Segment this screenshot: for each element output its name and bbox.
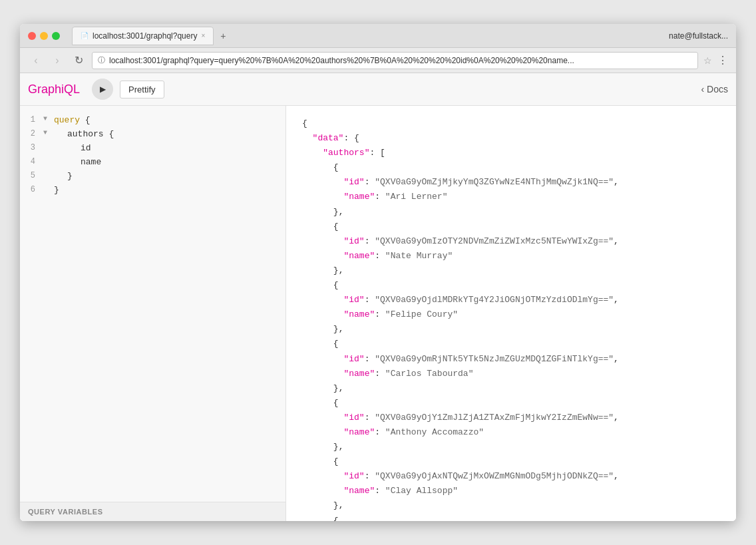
result-author-3-open: {	[302, 278, 725, 293]
graphiql-content: 1 ▼ query { 2 ▼ authors { 3 id	[20, 106, 736, 521]
result-author-7-open: {	[302, 514, 725, 521]
result-line-authors-key: "authors": [	[302, 146, 725, 160]
minimize-button[interactable]	[40, 32, 48, 40]
line-number-1: 1	[20, 114, 43, 126]
fold-arrow-2: ▼	[43, 128, 54, 138]
fold-arrow-1: ▼	[43, 114, 54, 124]
address-bar: ‹ › ↻ ⓘ localhost:3001/graphql?query=que…	[20, 48, 736, 73]
graphiql-toolbar: GraphiQL ▶ Prettify ‹ Docs	[20, 73, 736, 106]
maximize-button[interactable]	[52, 32, 60, 40]
result-author-2-close: },	[302, 264, 725, 278]
result-author-5-open: {	[302, 396, 725, 411]
line-number-2: 2	[20, 128, 43, 140]
result-author-1-id: "id": "QXV0aG9yOmZjMjkyYmQ3ZGYwNzE4NThjM…	[302, 175, 725, 190]
result-author-3-name: "name": "Felipe Coury"	[302, 307, 725, 322]
tab-area: 📄 localhost:3001/graphql?query × +	[72, 27, 663, 45]
result-author-2-id: "id": "QXV0aG9yOmIzOTY2NDVmZmZiZWIxMzc5N…	[302, 234, 725, 249]
close-button[interactable]	[28, 32, 36, 40]
user-info: nate@fullstack...	[669, 31, 728, 41]
result-author-4-close: },	[302, 381, 725, 396]
docs-button[interactable]: ‹ Docs	[701, 84, 728, 94]
code-line-1: 1 ▼ query {	[20, 114, 285, 128]
editor-area[interactable]: 1 ▼ query { 2 ▼ authors { 3 id	[20, 106, 285, 502]
result-author-4-id: "id": "QXV0aG9yOmRjNTk5YTk5NzJmZGUzMDQ1Z…	[302, 352, 725, 367]
address-field[interactable]: ⓘ localhost:3001/graphql?query=query%20%…	[92, 52, 698, 69]
code-line-4: 4 name	[20, 156, 285, 170]
code-content-1: query {	[54, 114, 285, 128]
browser-window: 📄 localhost:3001/graphql?query × + nate@…	[20, 24, 736, 521]
back-button[interactable]: ‹	[28, 53, 44, 69]
code-line-6: 6 }	[20, 184, 285, 198]
result-line-data-key: "data": {	[302, 131, 725, 146]
result-content: { "data": { "authors": [ { "id": "QXV0aG…	[286, 114, 736, 521]
more-menu-button[interactable]: ⋮	[717, 54, 728, 67]
result-author-4-open: {	[302, 337, 725, 351]
bookmark-button[interactable]: ☆	[703, 55, 712, 66]
line-number-4: 4	[20, 156, 43, 168]
chevron-left-icon: ‹	[701, 84, 704, 94]
graphiql-logo: GraphiQL	[28, 83, 80, 96]
forward-button[interactable]: ›	[49, 53, 65, 69]
result-author-3-close: },	[302, 322, 725, 337]
result-panel: { "data": { "authors": [ { "id": "QXV0aG…	[286, 106, 736, 521]
result-author-5-close: },	[302, 440, 725, 454]
code-content-5: }	[54, 170, 285, 184]
code-line-3: 3 id	[20, 142, 285, 156]
code-content-3: id	[54, 142, 285, 156]
result-author-2-name: "name": "Nate Murray"	[302, 249, 725, 264]
result-author-2-open: {	[302, 220, 725, 234]
line-number-5: 5	[20, 170, 43, 182]
result-author-1-name: "name": "Ari Lerner"	[302, 190, 725, 204]
code-content-4: name	[54, 156, 285, 170]
address-text: localhost:3001/graphql?query=query%20%7B…	[109, 56, 574, 65]
result-author-3-id: "id": "QXV0aG9yOjdlMDRkYTg4Y2JiOGNjOTMzY…	[302, 293, 725, 307]
result-author-5-name: "name": "Anthony Accomazzo"	[302, 425, 725, 440]
line-number-3: 3	[20, 142, 43, 154]
result-line-open-brace: {	[302, 116, 725, 131]
query-variables-bar[interactable]: QUERY VARIABLES	[20, 502, 285, 521]
new-tab-button[interactable]: +	[216, 29, 230, 43]
result-author-5-id: "id": "QXV0aG9yOjY1ZmJlZjA1ZTAxZmFjMjkwY…	[302, 411, 725, 425]
tab-label: localhost:3001/graphql?query	[93, 31, 197, 41]
result-author-6-open: {	[302, 454, 725, 469]
code-line-5: 5 }	[20, 170, 285, 184]
lock-icon: ⓘ	[98, 55, 105, 65]
code-content-6: }	[54, 184, 285, 198]
code-content-2: authors {	[54, 128, 285, 142]
result-author-1-open: {	[302, 160, 725, 175]
result-author-4-name: "name": "Carlos Tabourda"	[302, 367, 725, 381]
tab-page-icon: 📄	[81, 32, 89, 39]
title-bar: 📄 localhost:3001/graphql?query × + nate@…	[20, 24, 736, 48]
code-editor: 1 ▼ query { 2 ▼ authors { 3 id	[20, 106, 285, 502]
refresh-button[interactable]: ↻	[71, 53, 87, 69]
editor-panel: 1 ▼ query { 2 ▼ authors { 3 id	[20, 106, 286, 521]
result-author-6-close: },	[302, 498, 725, 513]
result-author-6-id: "id": "QXV0aG9yOjAxNTQwZjMxOWZmMGNmODg5M…	[302, 469, 725, 484]
active-tab[interactable]: 📄 localhost:3001/graphql?query ×	[72, 27, 214, 45]
graphiql-app: GraphiQL ▶ Prettify ‹ Docs 1 ▼ query {	[20, 73, 736, 521]
prettify-button[interactable]: Prettify	[120, 81, 164, 98]
tab-close-button[interactable]: ×	[201, 32, 205, 39]
traffic-lights	[28, 32, 60, 40]
result-author-1-close: },	[302, 205, 725, 220]
code-line-2: 2 ▼ authors {	[20, 128, 285, 142]
result-author-6-name: "name": "Clay Allsopp"	[302, 484, 725, 498]
run-button[interactable]: ▶	[92, 79, 113, 100]
line-number-6: 6	[20, 184, 43, 196]
